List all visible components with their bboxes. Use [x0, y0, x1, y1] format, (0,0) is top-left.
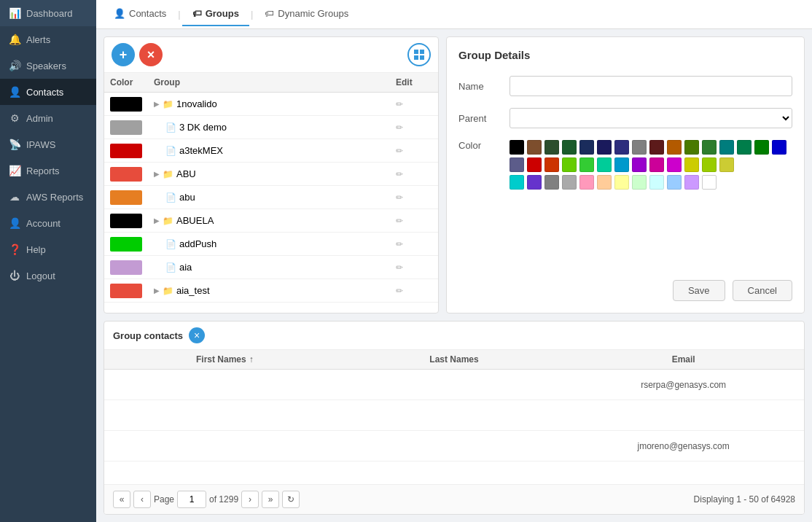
- tab-contacts[interactable]: 👤 Contacts: [104, 2, 176, 26]
- sidebar-item-reports[interactable]: 📈 Reports: [0, 157, 96, 184]
- color-option[interactable]: [527, 175, 542, 190]
- table-row[interactable]: 📄 a3tekMEX ✏: [104, 139, 438, 163]
- color-option[interactable]: [702, 157, 717, 172]
- sidebar-item-admin[interactable]: ⚙ Admin: [0, 105, 96, 131]
- color-option[interactable]: [649, 140, 664, 155]
- add-group-button[interactable]: +: [112, 43, 135, 66]
- refresh-button[interactable]: ↻: [282, 491, 300, 508]
- contacts-table-body: rserpa@genasys.com jmoreno@genasys.com: [104, 370, 804, 484]
- edit-cell: ✏: [396, 215, 432, 226]
- save-button[interactable]: Save: [673, 280, 725, 301]
- color-option[interactable]: [667, 157, 682, 172]
- color-option[interactable]: [684, 175, 699, 190]
- color-option[interactable]: [527, 140, 542, 155]
- table-row[interactable]: 📄 aia ✏: [104, 256, 438, 279]
- sidebar-item-ipaws[interactable]: 📡 IPAWS: [0, 131, 96, 157]
- grid-view-button[interactable]: [407, 43, 431, 66]
- cancel-button[interactable]: Cancel: [733, 280, 792, 301]
- color-option[interactable]: [614, 175, 629, 190]
- edit-icon[interactable]: ✏: [396, 286, 403, 296]
- color-option[interactable]: [562, 157, 577, 172]
- table-row[interactable]: ▶ 📁 ABU ✏: [104, 163, 438, 186]
- parent-select[interactable]: [510, 108, 792, 128]
- color-option[interactable]: [597, 140, 612, 155]
- col-color: Color: [110, 77, 154, 87]
- color-option[interactable]: [527, 157, 542, 172]
- color-option[interactable]: [667, 140, 682, 155]
- folder-icon: 📁: [163, 286, 173, 296]
- tab-dynamic-groups[interactable]: 🏷 Dynamic Groups: [254, 2, 359, 26]
- edit-icon[interactable]: ✏: [396, 192, 403, 203]
- color-option[interactable]: [632, 157, 647, 172]
- color-option[interactable]: [667, 175, 682, 190]
- expand-arrow[interactable]: ▶: [154, 287, 160, 295]
- color-option[interactable]: [614, 140, 629, 155]
- color-option[interactable]: [737, 140, 752, 155]
- color-option[interactable]: [702, 140, 717, 155]
- color-option[interactable]: [597, 175, 612, 190]
- table-row[interactable]: 📄 addPush ✏: [104, 233, 438, 256]
- close-group-contacts-button[interactable]: ×: [189, 327, 205, 343]
- table-row[interactable]: 📄 abu ✏: [104, 186, 438, 209]
- color-option[interactable]: [719, 157, 734, 172]
- prev-page-button[interactable]: ‹: [133, 491, 151, 508]
- table-row[interactable]: 📄 3 DK demo ✏: [104, 116, 438, 139]
- expand-arrow[interactable]: ▶: [154, 100, 160, 108]
- sidebar-item-help[interactable]: ❓ Help: [0, 236, 96, 262]
- expand-arrow[interactable]: ▶: [154, 217, 160, 225]
- first-page-button[interactable]: «: [113, 491, 130, 508]
- color-option[interactable]: [632, 175, 647, 190]
- sidebar-label-aws: AWS Reports: [26, 192, 83, 203]
- edit-icon[interactable]: ✏: [396, 146, 403, 156]
- color-option[interactable]: [579, 157, 594, 172]
- color-option[interactable]: [597, 157, 612, 172]
- sidebar-item-speakers[interactable]: 🔊 Speakers: [0, 52, 96, 79]
- sidebar-item-logout[interactable]: ⏻ Logout: [0, 262, 96, 289]
- next-page-button[interactable]: ›: [241, 491, 259, 508]
- last-page-button[interactable]: »: [262, 491, 279, 508]
- color-option[interactable]: [510, 175, 524, 190]
- name-input[interactable]: [510, 76, 792, 96]
- color-option[interactable]: [579, 175, 594, 190]
- edit-icon[interactable]: ✏: [396, 262, 403, 273]
- color-option[interactable]: [772, 140, 786, 155]
- sidebar-item-contacts[interactable]: 👤 Contacts: [0, 79, 96, 105]
- sidebar-label-logout: Logout: [26, 270, 55, 281]
- tab-groups[interactable]: 🏷 Groups: [182, 2, 249, 26]
- sidebar-label-help: Help: [26, 244, 46, 255]
- sidebar-item-alerts[interactable]: 🔔 Alerts: [0, 26, 96, 52]
- color-option[interactable]: [754, 140, 769, 155]
- color-option[interactable]: [510, 157, 524, 172]
- color-option[interactable]: [562, 140, 577, 155]
- group-details-panel: Group Details Name Parent Color: [446, 36, 805, 313]
- sidebar-item-account[interactable]: 👤 Account: [0, 210, 96, 236]
- color-option[interactable]: [510, 140, 524, 155]
- color-option[interactable]: [649, 175, 664, 190]
- color-option[interactable]: [544, 175, 559, 190]
- remove-group-button[interactable]: ×: [139, 43, 163, 66]
- table-row[interactable]: ▶ 📁 1novalido ✏: [104, 93, 438, 116]
- edit-icon[interactable]: ✏: [396, 216, 403, 226]
- table-row[interactable]: ▶ 📁 aia_test ✏: [104, 279, 438, 303]
- sidebar-item-aws-reports[interactable]: ☁ AWS Reports: [0, 184, 96, 210]
- edit-icon[interactable]: ✏: [396, 239, 403, 249]
- color-option[interactable]: [649, 157, 664, 172]
- sidebar-item-dashboard[interactable]: 📊 Dashboard: [0, 0, 96, 26]
- color-option[interactable]: [684, 140, 699, 155]
- color-option[interactable]: [614, 157, 629, 172]
- expand-arrow[interactable]: ▶: [154, 170, 160, 178]
- color-option[interactable]: [579, 140, 594, 155]
- page-number-input[interactable]: [177, 491, 206, 508]
- table-row[interactable]: ▶ 📁 ABUELA ✏: [104, 209, 438, 233]
- edit-icon[interactable]: ✏: [396, 169, 403, 179]
- color-option[interactable]: [702, 175, 717, 190]
- edit-icon[interactable]: ✏: [396, 122, 403, 133]
- sidebar-label-alerts: Alerts: [26, 34, 50, 45]
- color-option[interactable]: [562, 175, 577, 190]
- color-option[interactable]: [544, 140, 559, 155]
- color-option[interactable]: [632, 140, 647, 155]
- color-option[interactable]: [719, 140, 734, 155]
- color-option[interactable]: [684, 157, 699, 172]
- edit-icon[interactable]: ✏: [396, 99, 403, 109]
- color-option[interactable]: [544, 157, 559, 172]
